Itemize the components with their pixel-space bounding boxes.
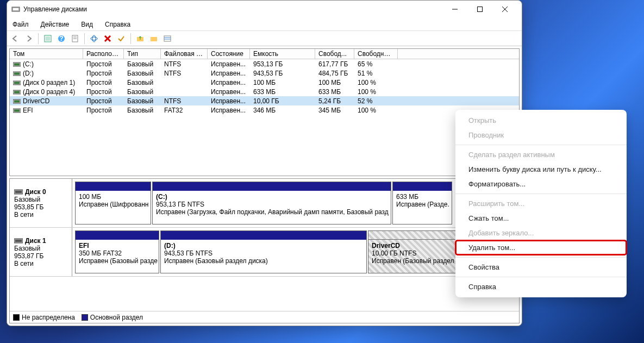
context-menu: ОткрытьПроводникСделать раздел активнымИ… — [455, 110, 627, 297]
col-fs[interactable]: Файловая с... — [161, 49, 208, 59]
toolbar: ? — [7, 31, 522, 46]
menu-help[interactable]: Справка — [103, 20, 133, 29]
svg-rect-3 — [478, 7, 483, 12]
list-icon[interactable] — [161, 33, 173, 45]
partition[interactable]: 633 МБИсправен (Разде. — [392, 182, 452, 224]
context-menu-item[interactable]: Форматировать... — [455, 177, 627, 191]
context-menu-item: Проводник — [455, 128, 627, 142]
legend-unalloc: Не распределена — [22, 314, 75, 321]
col-capacity[interactable]: Емкость — [250, 49, 315, 59]
col-type[interactable]: Тип — [124, 49, 161, 59]
refresh-icon[interactable] — [42, 33, 54, 45]
volume-row[interactable]: (C:)ПростойБазовыйNTFSИсправен...953,13 … — [10, 59, 519, 68]
folder-up-icon[interactable] — [134, 33, 146, 45]
maximize-button[interactable] — [467, 1, 492, 18]
svg-rect-7 — [46, 36, 50, 41]
partition[interactable]: (C:)953,13 ГБ NTFSИсправен (Загрузка, Фа… — [152, 182, 391, 224]
disk-row: Диск 1Базовый953,87 ГБВ сетиEFI350 МБ FA… — [10, 228, 519, 277]
menu-action[interactable]: Действие — [39, 20, 72, 29]
window-title: Управление дисками — [23, 5, 442, 13]
scan-icon[interactable] — [88, 33, 100, 45]
svg-rect-25 — [14, 73, 20, 75]
legend: Не распределена Основной раздел — [10, 311, 519, 323]
context-menu-item: Расширить том... — [455, 196, 627, 211]
forward-button[interactable] — [23, 33, 35, 45]
menu-file[interactable]: Файл — [10, 20, 31, 29]
back-button[interactable] — [9, 33, 21, 45]
svg-rect-27 — [14, 82, 20, 84]
svg-text:?: ? — [59, 35, 63, 42]
disk-management-window: Управление дисками Файл Действие Вид Спр… — [7, 0, 522, 326]
svg-rect-33 — [14, 110, 20, 112]
col-volume[interactable]: Том — [10, 49, 83, 59]
folder-icon[interactable] — [148, 33, 160, 45]
menubar: Файл Действие Вид Справка — [7, 18, 522, 31]
volume-row[interactable]: (Диск 0 раздел 1)ПростойБазовыйИсправен.… — [10, 78, 519, 87]
svg-rect-19 — [164, 36, 171, 41]
partition[interactable]: 100 МБИсправен (Шифрованн — [75, 182, 151, 224]
context-menu-item[interactable]: Удалить том... — [455, 240, 627, 255]
volume-row[interactable]: EFIПростойБазовыйFAT32Исправен...346 МБ3… — [10, 105, 519, 115]
col-status[interactable]: Состояние — [208, 49, 250, 59]
volume-row[interactable]: (D:)ПростойБазовыйNTFSИсправен...943,53 … — [10, 68, 519, 78]
context-menu-item: Сделать раздел активным — [455, 147, 627, 162]
context-menu-item[interactable]: Изменить букву диска или путь к диску... — [455, 162, 627, 177]
titlebar[interactable]: Управление дисками — [7, 1, 522, 18]
svg-point-14 — [92, 35, 96, 42]
help-icon[interactable]: ? — [55, 33, 67, 45]
properties-icon[interactable] — [69, 33, 81, 45]
volume-row[interactable]: (Диск 0 раздел 4)ПростойБазовыйИсправен.… — [10, 87, 519, 96]
context-menu-item: Открыть — [455, 113, 627, 128]
delete-icon[interactable] — [102, 33, 114, 45]
col-freepct[interactable]: Свободно % — [354, 49, 398, 59]
svg-point-13 — [91, 37, 97, 40]
disk-info: Диск 1Базовый953,87 ГБВ сети — [10, 228, 72, 276]
svg-rect-23 — [14, 64, 20, 66]
svg-rect-18 — [151, 37, 157, 41]
app-icon — [11, 5, 20, 14]
disk-row: Диск 0Базовый953,85 ГБВ сети100 МБИсправ… — [10, 179, 519, 228]
volume-row[interactable]: DriverCDПростойБазовыйNTFSИсправен...10,… — [10, 96, 519, 105]
partition[interactable]: (D:)943,53 ГБ NTFSИсправен (Базовый разд… — [160, 230, 367, 273]
list-header: Том Располож... Тип Файловая с... Состоя… — [10, 49, 519, 59]
volume-list[interactable]: Том Располож... Тип Файловая с... Состоя… — [9, 48, 520, 176]
disk-graph: Диск 0Базовый953,85 ГБВ сети100 МБИсправ… — [9, 178, 520, 323]
check-icon[interactable] — [115, 33, 127, 45]
menu-view[interactable]: Вид — [79, 20, 95, 29]
legend-primary: Основной раздел — [90, 314, 143, 321]
minimize-button[interactable] — [442, 1, 467, 18]
partition[interactable]: EFI350 МБ FAT32Исправен (Базовый разде — [75, 230, 159, 273]
col-layout[interactable]: Располож... — [83, 49, 124, 59]
svg-rect-29 — [14, 91, 20, 93]
svg-rect-37 — [15, 240, 22, 242]
context-menu-item[interactable]: Сжать том... — [455, 211, 627, 226]
context-menu-item[interactable]: Справка — [455, 279, 627, 294]
svg-rect-31 — [14, 101, 20, 103]
disk-info: Диск 0Базовый953,85 ГБВ сети — [10, 179, 72, 227]
svg-rect-1 — [13, 8, 18, 10]
context-menu-item: Добавить зеркало... — [455, 226, 627, 240]
context-menu-item[interactable]: Свойства — [455, 260, 627, 275]
svg-rect-35 — [15, 191, 22, 193]
col-free[interactable]: Свобод... — [315, 49, 354, 59]
close-button[interactable] — [492, 1, 517, 18]
